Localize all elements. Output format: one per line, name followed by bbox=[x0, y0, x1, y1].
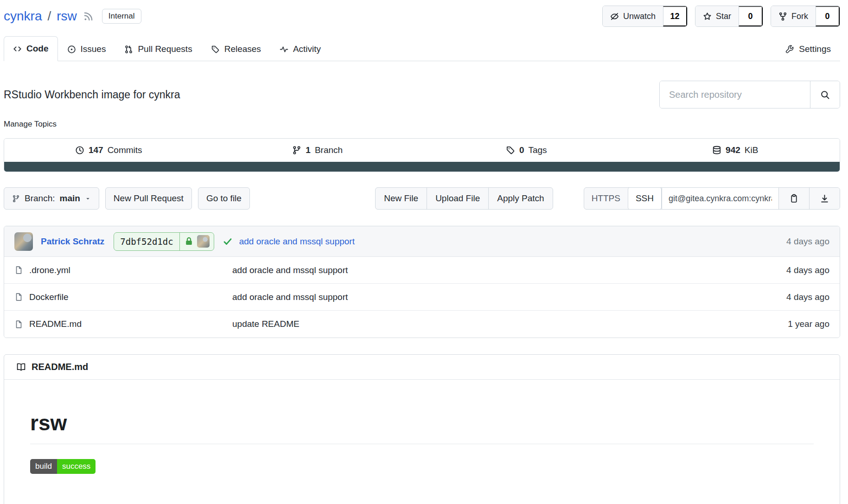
fork-icon bbox=[778, 12, 787, 21]
manage-topics-link[interactable]: Manage Topics bbox=[4, 120, 57, 129]
repo-link[interactable]: rsw bbox=[57, 9, 77, 24]
tab-issues[interactable]: Issues bbox=[58, 37, 115, 61]
file-link[interactable]: README.md bbox=[14, 319, 232, 329]
commits-count: 147 bbox=[89, 145, 103, 155]
readme-heading: rsw bbox=[30, 410, 814, 444]
fork-button[interactable]: Fork bbox=[771, 6, 816, 26]
file-link[interactable]: .drone.yml bbox=[14, 265, 232, 275]
rss-icon[interactable] bbox=[83, 11, 94, 21]
commit-date: 4 days ago bbox=[786, 236, 829, 247]
book-icon bbox=[16, 362, 26, 372]
tab-code[interactable]: Code bbox=[4, 36, 58, 61]
branches-count: 1 bbox=[306, 145, 311, 155]
language-bar[interactable] bbox=[4, 162, 840, 172]
file-icon bbox=[14, 293, 23, 301]
commit-status-check-icon[interactable] bbox=[223, 236, 233, 247]
file-table: Patrick Schratz 7dbf52d1dc bbox=[4, 226, 840, 338]
stat-branches[interactable]: 1 Branch bbox=[213, 145, 422, 155]
file-commit-message-link[interactable]: update README bbox=[232, 319, 300, 329]
readme-header: README.md bbox=[4, 355, 840, 380]
search-button[interactable] bbox=[810, 81, 840, 108]
ssh-toggle[interactable]: SSH bbox=[628, 187, 662, 210]
download-button[interactable] bbox=[809, 188, 840, 209]
search-input[interactable] bbox=[660, 81, 810, 108]
download-icon bbox=[820, 194, 829, 204]
latest-commit-row: Patrick Schratz 7dbf52d1dc bbox=[4, 226, 840, 257]
tab-activity[interactable]: Activity bbox=[270, 37, 330, 61]
code-icon bbox=[13, 45, 22, 53]
go-to-file-button[interactable]: Go to file bbox=[198, 187, 250, 210]
table-row: Dockerfile add oracle and mssql support … bbox=[4, 284, 840, 311]
readme-content: rsw build success bbox=[4, 380, 840, 504]
apply-patch-button[interactable]: Apply Patch bbox=[488, 188, 552, 209]
tab-pull-requests-label: Pull Requests bbox=[138, 44, 192, 54]
new-pull-request-button[interactable]: New Pull Request bbox=[105, 187, 192, 210]
unwatch-button[interactable]: Unwatch bbox=[603, 6, 663, 26]
build-status-badge[interactable]: build success bbox=[30, 459, 96, 474]
tab-code-label: Code bbox=[26, 44, 49, 54]
file-icon bbox=[14, 266, 23, 274]
file-commit-message-link[interactable]: add oracle and mssql support bbox=[232, 292, 348, 302]
repo-actions: Unwatch 12 Star 0 bbox=[602, 6, 840, 27]
repo-description: RStudio Workbench image for cynkra bbox=[4, 89, 180, 101]
lock-icon bbox=[184, 236, 194, 246]
search-icon bbox=[820, 90, 830, 100]
file-icon bbox=[14, 320, 23, 329]
tab-issues-label: Issues bbox=[81, 44, 106, 54]
tab-releases[interactable]: Releases bbox=[202, 37, 270, 61]
file-actions-group: New File Upload File Apply Patch bbox=[375, 187, 553, 210]
activity-icon bbox=[280, 45, 288, 54]
stats-row: 147 Commits 1 Branch bbox=[4, 139, 840, 162]
go-to-file-label: Go to file bbox=[206, 193, 242, 204]
eye-slash-icon bbox=[610, 12, 619, 21]
file-name-label: .drone.yml bbox=[29, 265, 70, 275]
stat-tags[interactable]: 0 Tags bbox=[422, 145, 631, 155]
badge-label: build bbox=[30, 459, 57, 474]
chevron-down-icon bbox=[85, 196, 91, 202]
star-button[interactable]: Star bbox=[695, 6, 739, 26]
repo-toolbar: Branch: main New Pull Request Go to file… bbox=[4, 187, 840, 210]
commits-label: Commits bbox=[108, 145, 142, 155]
repo-tabs: Code Issues Pull Requests bbox=[4, 36, 840, 61]
watch-group: Unwatch 12 bbox=[602, 6, 688, 27]
tags-count: 0 bbox=[519, 145, 524, 155]
tab-settings[interactable]: Settings bbox=[776, 37, 840, 61]
star-count[interactable]: 0 bbox=[739, 6, 763, 26]
commit-sha-badge[interactable]: 7dbf52d1dc bbox=[114, 232, 214, 251]
branch-icon bbox=[12, 195, 20, 203]
copy-url-button[interactable] bbox=[778, 188, 809, 209]
new-file-button[interactable]: New File bbox=[376, 188, 427, 209]
clipboard-icon bbox=[789, 194, 799, 204]
branch-dropdown[interactable]: Branch: main bbox=[4, 187, 99, 210]
file-date: 4 days ago bbox=[786, 292, 829, 302]
file-name-label: Dockerfile bbox=[29, 292, 68, 302]
unwatch-label: Unwatch bbox=[623, 12, 656, 21]
commit-author-link[interactable]: Patrick Schratz bbox=[41, 236, 104, 247]
upload-file-button[interactable]: Upload File bbox=[427, 188, 488, 209]
visibility-badge: Internal bbox=[102, 9, 141, 24]
repo-header: cynkra / rsw Internal bbox=[4, 0, 840, 27]
tab-pull-requests[interactable]: Pull Requests bbox=[115, 37, 201, 61]
table-row: .drone.yml add oracle and mssql support … bbox=[4, 257, 840, 284]
fork-label: Fork bbox=[791, 12, 808, 21]
owner-link[interactable]: cynkra bbox=[4, 9, 42, 24]
commit-message-link[interactable]: add oracle and mssql support bbox=[239, 236, 355, 247]
fork-group: Fork 0 bbox=[771, 6, 840, 27]
file-link[interactable]: Dockerfile bbox=[14, 292, 232, 302]
stat-size: 942 KiB bbox=[631, 145, 840, 155]
https-toggle[interactable]: HTTPS bbox=[584, 188, 628, 209]
stat-commits[interactable]: 147 Commits bbox=[4, 145, 213, 155]
pull-request-icon bbox=[124, 45, 133, 54]
file-commit-message-link[interactable]: add oracle and mssql support bbox=[232, 265, 348, 275]
file-date: 4 days ago bbox=[786, 265, 829, 275]
fork-count[interactable]: 0 bbox=[816, 6, 840, 26]
tags-label: Tags bbox=[528, 145, 547, 155]
watch-count[interactable]: 12 bbox=[663, 6, 687, 26]
clone-url-input[interactable] bbox=[662, 188, 778, 209]
author-avatar[interactable] bbox=[14, 232, 33, 251]
description-row: RStudio Workbench image for cynkra bbox=[4, 81, 840, 108]
new-pull-request-label: New Pull Request bbox=[114, 193, 184, 204]
branch-icon bbox=[292, 146, 301, 155]
signer-avatar bbox=[197, 235, 210, 248]
star-icon bbox=[703, 12, 712, 21]
